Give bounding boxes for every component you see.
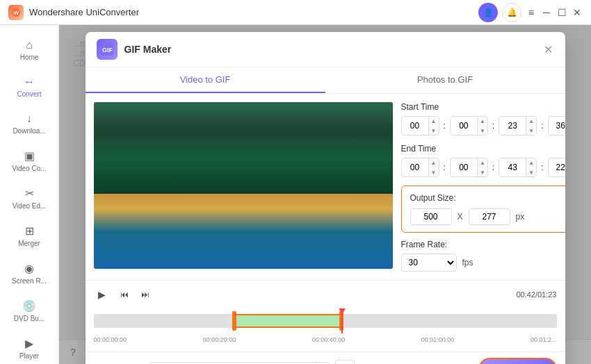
end-hour-up[interactable]: ▲: [429, 158, 439, 167]
sidebar: ⌂ Home ↔ Convert ↓ Downloa... ▣ Video Co…: [0, 25, 59, 364]
start-hour-spinner: ▲ ▼: [428, 116, 439, 135]
timeline-section: ▶ ⏮ ⏭ 00:42/01:23 00:00:00:00: [86, 280, 565, 351]
dvd-icon: 💿: [22, 299, 36, 313]
timeline-handle-left[interactable]: [232, 311, 236, 331]
end-hour-input-group: ▲ ▼: [401, 158, 439, 177]
next-button[interactable]: ⏭: [138, 288, 152, 301]
end-ms-input[interactable]: [549, 163, 565, 172]
sidebar-label-dvd: DVD Bu...: [14, 315, 44, 323]
video-compress-icon: ▣: [24, 149, 35, 163]
minimize-button[interactable]: ─: [541, 7, 552, 18]
user-avatar[interactable]: 👤: [478, 3, 498, 22]
player-icon: ▶: [25, 337, 33, 350]
end-min-input[interactable]: [451, 163, 477, 172]
sidebar-item-video-compress[interactable]: ▣ Video Co...: [0, 142, 58, 180]
start-min-down[interactable]: ▼: [478, 126, 487, 135]
end-min-up[interactable]: ▲: [478, 158, 487, 167]
start-time-label: Start Time: [401, 102, 565, 112]
fps-label: fps: [462, 258, 473, 267]
maximize-button[interactable]: ☐: [556, 7, 567, 18]
end-sec-spinner: ▲ ▼: [526, 158, 536, 177]
video-background: [94, 102, 393, 269]
end-sep2: :: [491, 163, 496, 172]
frame-rate-row: 30 15 20 24 60 fps: [401, 254, 565, 272]
end-min-down[interactable]: ▼: [478, 167, 487, 177]
modal-body: Start Time ▲ ▼ :: [86, 94, 565, 280]
modal-close-button[interactable]: ✕: [542, 42, 556, 56]
gif-maker-icon: GIF: [97, 39, 118, 60]
start-hour-down[interactable]: ▼: [429, 126, 439, 135]
svg-text:GIF: GIF: [102, 47, 113, 53]
sidebar-item-home[interactable]: ⌂ Home: [0, 32, 58, 69]
start-min-input[interactable]: [451, 121, 477, 131]
frame-rate-section: Frame Rate: 30 15 20 24 60 fps: [401, 240, 565, 272]
sidebar-label-merger: Merger: [18, 240, 40, 248]
sidebar-item-player[interactable]: ▶ Player: [0, 330, 58, 364]
video-preview: [94, 102, 393, 269]
frame-rate-select[interactable]: 30 15 20 24 60: [401, 254, 457, 272]
file-location-input-wrap: ▼: [149, 362, 330, 365]
end-time-section: End Time ▲ ▼ :: [401, 144, 565, 177]
timestamp-1: 00:00:20:00: [203, 336, 236, 343]
create-gif-button[interactable]: Create GIF: [478, 358, 556, 364]
sidebar-item-convert[interactable]: ↔ Convert: [0, 69, 58, 106]
end-ms-input-group: ▲ ▼: [548, 158, 565, 177]
sidebar-item-video-edit[interactable]: ✂ Video Ed...: [0, 180, 58, 217]
timeline-selection[interactable]: [232, 314, 343, 328]
title-bar: W Wondershare UniConverter 👤 🔔 ≡ ─ ☐ ✕: [0, 0, 591, 25]
end-sec-up[interactable]: ▲: [526, 158, 536, 167]
start-time-inputs: ▲ ▼ : ▲ ▼: [401, 116, 565, 135]
gif-maker-modal: GIF GIF Maker ✕ Video to GIF Photos to G…: [86, 32, 565, 364]
start-sec-input[interactable]: [499, 121, 526, 131]
start-sec-spinner: ▲ ▼: [526, 116, 536, 135]
tab-video-to-gif[interactable]: Video to GIF: [86, 67, 325, 93]
sidebar-item-screen-record[interactable]: ◉ Screen R...: [0, 255, 58, 292]
close-button[interactable]: ✕: [572, 7, 583, 18]
timeline-bar[interactable]: [94, 308, 557, 333]
end-sec-input[interactable]: [499, 163, 526, 172]
sidebar-label-video-compress: Video Co...: [12, 165, 46, 173]
end-time-label: End Time: [401, 144, 565, 154]
window-controls: 👤 🔔 ≡ ─ ☐ ✕: [478, 3, 583, 22]
app-logo: W: [8, 5, 24, 20]
sidebar-label-download: Downloa...: [13, 127, 45, 135]
start-sec-down[interactable]: ▼: [526, 126, 536, 135]
start-sec-up[interactable]: ▲: [526, 116, 536, 126]
download-icon: ↓: [26, 113, 32, 125]
start-min-input-group: ▲ ▼: [450, 116, 488, 135]
sidebar-label-video-edit: Video Ed...: [13, 202, 47, 210]
time-display: 00:42/01:23: [516, 290, 556, 299]
start-min-up[interactable]: ▲: [478, 116, 487, 126]
prev-button[interactable]: ⏮: [118, 288, 131, 301]
start-ms-input[interactable]: [549, 121, 565, 131]
end-sec-down[interactable]: ▼: [526, 167, 536, 177]
start-hour-input[interactable]: [402, 121, 428, 131]
user-icon: 👤: [483, 8, 494, 17]
notification-button[interactable]: 🔔: [502, 3, 521, 22]
timeline-timestamps: 00:00:00:00 00:00:20:00 00:00:40:00 00:0…: [94, 336, 557, 343]
video-edit-icon: ✂: [25, 187, 34, 200]
timestamp-3: 00:01:00:00: [421, 336, 455, 343]
output-width-input[interactable]: [410, 208, 452, 225]
folder-button[interactable]: 📁: [335, 360, 355, 365]
home-icon: ⌂: [26, 39, 33, 51]
sidebar-label-player: Player: [19, 352, 39, 361]
sidebar-item-download[interactable]: ↓ Downloa...: [0, 106, 58, 142]
file-location-bar: File Location: ▼ 📁 Create GIF: [86, 351, 565, 364]
output-height-input[interactable]: [469, 208, 510, 225]
merger-icon: ⊞: [25, 224, 34, 238]
sidebar-item-merger[interactable]: ⊞ Merger: [0, 217, 58, 255]
modal-title: GIF Maker: [124, 44, 172, 55]
start-sep3: :: [540, 121, 544, 131]
start-hour-up[interactable]: ▲: [429, 116, 439, 126]
timestamp-4: 00:01:2...: [531, 336, 557, 343]
sidebar-item-dvd[interactable]: 💿 DVD Bu...: [0, 292, 58, 330]
tab-photos-to-gif[interactable]: Photos to GIF: [325, 67, 565, 93]
start-hour-input-group: ▲ ▼: [401, 116, 439, 135]
start-sec-input-group: ▲ ▼: [499, 116, 537, 135]
end-hour-down[interactable]: ▼: [429, 167, 439, 177]
play-button[interactable]: ▶: [94, 286, 111, 303]
menu-icon[interactable]: ≡: [526, 7, 537, 18]
end-hour-input[interactable]: [402, 163, 428, 172]
screen-record-icon: ◉: [24, 262, 34, 275]
